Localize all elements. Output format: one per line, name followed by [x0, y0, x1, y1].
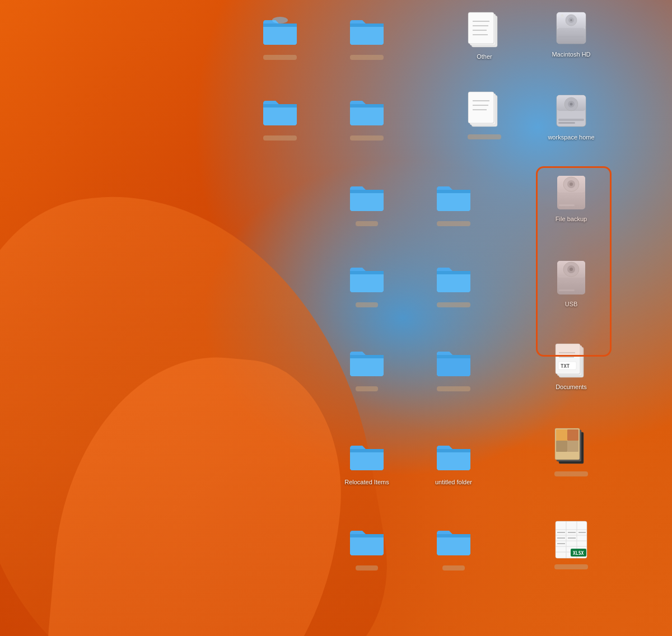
- doc-stack2-icon: [464, 90, 505, 130]
- desktop-icon-folder6[interactable]: [428, 176, 479, 226]
- blurred-label-folder11: [356, 565, 378, 570]
- desktop-icon-other[interactable]: Other: [459, 10, 510, 60]
- folder-icon: [347, 10, 387, 50]
- doc-stack-icon: [464, 10, 505, 50]
- untitled-folder-icon: [433, 436, 474, 476]
- desktop-icon-blurred-doc[interactable]: [546, 427, 596, 476]
- folder-icon: [347, 258, 387, 298]
- desktop-icon-folder9[interactable]: [342, 342, 392, 391]
- desktop-icon-folder8[interactable]: [428, 258, 479, 307]
- svg-point-15: [561, 15, 564, 17]
- blurred-label-folder3: [263, 135, 297, 141]
- desktop-icon-folder2[interactable]: [342, 10, 392, 60]
- desktop-icon-folder4[interactable]: [342, 91, 392, 141]
- blurred-label-docstack2: [468, 134, 501, 139]
- desktop-icon-folder10[interactable]: [428, 342, 479, 391]
- folder-icon: [347, 342, 387, 382]
- untitled-folder-label: untitled folder: [435, 478, 472, 486]
- desktop-icon-folder7[interactable]: [342, 258, 392, 307]
- folder-icon: [433, 176, 474, 217]
- desktop-icon-folder3[interactable]: [255, 91, 305, 141]
- desktop-icon-macintosh-hd[interactable]: Macintosh HD: [546, 8, 596, 58]
- desktop-icon-doc-stack2[interactable]: [459, 90, 510, 139]
- blurred-label-xlsx: [554, 564, 588, 569]
- svg-rect-3: [468, 12, 494, 44]
- svg-rect-27: [558, 119, 584, 121]
- folder-icon: [347, 176, 387, 217]
- svg-point-26: [570, 103, 573, 106]
- documents-label: Documents: [556, 383, 587, 391]
- workspace-home-label: workspace home: [548, 133, 594, 141]
- workspace-home-icon: [551, 91, 591, 131]
- desktop-icon-workspace-home[interactable]: workspace home: [546, 91, 596, 141]
- blurred-label-folder12: [442, 565, 465, 570]
- folder-icon: [347, 91, 387, 131]
- desktop-icon-folder1[interactable]: [255, 10, 305, 60]
- desktop: Other: [0, 0, 672, 636]
- svg-rect-55: [556, 441, 567, 452]
- svg-rect-54: [567, 429, 578, 441]
- svg-rect-28: [558, 122, 575, 124]
- desktop-icon-spreadsheet[interactable]: XLSX: [546, 520, 596, 569]
- svg-rect-14: [558, 36, 584, 38]
- hard-drive-icon: [551, 8, 591, 48]
- folder-icon: [433, 521, 474, 561]
- blurred-label-folder1: [263, 55, 297, 60]
- spreadsheet-icon: XLSX: [551, 520, 591, 560]
- svg-rect-53: [556, 429, 567, 441]
- blurred-label-folder10: [437, 386, 470, 391]
- blurred-label-folder7: [356, 302, 378, 307]
- folder-icon: [433, 342, 474, 382]
- macintosh-hd-label: Macintosh HD: [552, 50, 590, 58]
- blurred-label-folder6: [437, 221, 470, 226]
- desktop-icon-folder5[interactable]: [342, 176, 392, 226]
- relocated-items-folder-icon: [347, 436, 387, 476]
- blurred-label-folder5: [356, 221, 378, 226]
- blurred-label-folder4: [350, 135, 384, 141]
- blurred-label-folder8: [437, 302, 470, 307]
- svg-point-0: [272, 17, 288, 24]
- blurred-label-folder9: [356, 386, 378, 391]
- blurred-label-folder2: [350, 55, 384, 60]
- folder-icon: [347, 521, 387, 561]
- folder-icon: [260, 10, 300, 50]
- folder-icon: [260, 91, 300, 131]
- svg-rect-18: [468, 92, 494, 123]
- desktop-icon-folder11[interactable]: [342, 521, 392, 570]
- svg-point-13: [570, 19, 572, 21]
- svg-text:TXT: TXT: [561, 363, 570, 369]
- selection-box: [536, 166, 612, 357]
- blurred-doc-icon: [551, 427, 591, 467]
- svg-rect-56: [567, 441, 578, 452]
- other-label: Other: [477, 53, 492, 60]
- folder-icon: [433, 258, 474, 298]
- desktop-icon-folder12[interactable]: [428, 521, 479, 570]
- blurred-label-mixed-doc: [554, 471, 588, 476]
- desktop-icon-relocated-items[interactable]: Relocated Items: [342, 436, 392, 486]
- svg-text:XLSX: XLSX: [573, 551, 584, 556]
- desktop-icon-untitled-folder[interactable]: untitled folder: [428, 436, 479, 486]
- relocated-items-label: Relocated Items: [344, 478, 389, 486]
